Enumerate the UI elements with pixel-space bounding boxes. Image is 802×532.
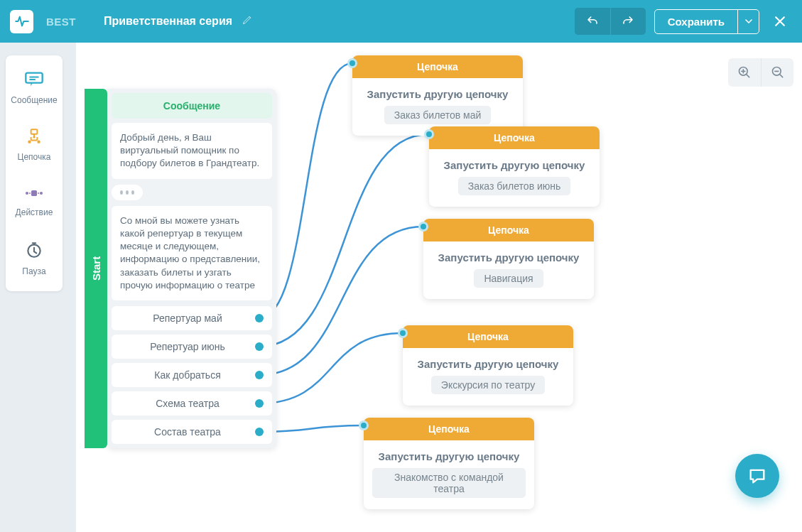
- svg-rect-0: [26, 73, 42, 83]
- chain-value: Заказ билетов июнь: [458, 177, 571, 195]
- brand-name: BEST: [46, 16, 76, 28]
- start-card: Сообщение Добрый день, я Ваш виртуальный…: [107, 89, 276, 448]
- chain-icon: [24, 128, 44, 148]
- input-port[interactable]: [398, 328, 408, 338]
- chain-header: Цепочка: [403, 325, 573, 348]
- start-option[interactable]: Состав театра: [112, 420, 272, 444]
- svg-rect-1: [31, 129, 38, 134]
- start-options: Репертуар майРепертуар июньКак добраться…: [112, 306, 272, 444]
- chain-value: Заказ билетов май: [384, 106, 492, 124]
- chain-header: Цепочка: [423, 219, 594, 241]
- flow-title[interactable]: Приветственная серия: [104, 0, 252, 43]
- zoom-out-button[interactable]: [761, 58, 793, 87]
- output-port[interactable]: [255, 399, 264, 408]
- input-port[interactable]: [347, 58, 357, 68]
- svg-point-7: [40, 192, 43, 195]
- top-bar: BEST Приветственная серия Сохранить: [0, 0, 802, 43]
- chain-action-title: Запустить другую цепочку: [411, 358, 565, 370]
- flow-canvas[interactable]: Start Сообщение Добрый день, я Ваш вирту…: [76, 43, 802, 532]
- pulse-icon: [15, 16, 29, 27]
- output-port[interactable]: [255, 371, 264, 379]
- start-message-2: Со мной вы можете узнать какой репертуар…: [112, 206, 272, 300]
- chain-action-title: Запустить другую цепочку: [372, 450, 526, 462]
- chevron-down-icon: [745, 19, 752, 23]
- undo-icon: [585, 15, 600, 28]
- start-option-label: Состав театра: [120, 426, 255, 438]
- pause-icon: [25, 241, 43, 262]
- chain-node[interactable]: Цепочка Запустить другую цепочку Знакомс…: [364, 418, 534, 509]
- tool-action[interactable]: Действие: [6, 173, 63, 230]
- chain-body: Запустить другую цепочку Экскурсия по те…: [403, 348, 573, 406]
- input-port[interactable]: [418, 222, 428, 232]
- app-logo[interactable]: [10, 10, 33, 33]
- chain-action-title: Запустить другую цепочку: [438, 159, 591, 171]
- edit-title-icon[interactable]: [242, 15, 252, 28]
- tool-palette: Сообщение Цепочка Действие Пауза: [6, 55, 63, 291]
- tool-message[interactable]: Сообщение: [6, 60, 63, 116]
- chain-header: Цепочка: [364, 418, 534, 440]
- chain-node[interactable]: Цепочка Запустить другую цепочку Экскурс…: [403, 325, 573, 406]
- start-option-label: Репертуар май: [120, 313, 255, 324]
- start-option[interactable]: Репертуар июнь: [112, 335, 272, 359]
- top-right-controls: Сохранить: [575, 0, 802, 43]
- chain-action-title: Запустить другую цепочку: [432, 251, 585, 264]
- start-option-label: Как добраться: [120, 369, 255, 381]
- svg-point-5: [26, 192, 28, 195]
- output-port[interactable]: [255, 342, 264, 351]
- save-dropdown-button[interactable]: [737, 10, 759, 33]
- tool-message-label: Сообщение: [11, 95, 57, 105]
- zoom-controls: [728, 58, 793, 87]
- canvas-inner: Start Сообщение Добрый день, я Ваш вирту…: [76, 43, 802, 532]
- chain-value: Экскурсия по театру: [431, 376, 545, 394]
- chain-action-title: Запустить другую цепочку: [361, 88, 514, 100]
- tool-pause[interactable]: Пауза: [6, 230, 63, 287]
- chain-node[interactable]: Цепочка Запустить другую цепочку Заказ б…: [352, 55, 523, 136]
- chain-body: Запустить другую цепочку Заказ билетов и…: [429, 149, 600, 207]
- action-icon: [24, 186, 44, 203]
- start-option-label: Репертуар июнь: [120, 341, 255, 352]
- chain-body: Запустить другую цепочку Навигация: [423, 241, 594, 299]
- output-port[interactable]: [255, 314, 264, 322]
- svg-rect-6: [31, 190, 37, 196]
- svg-point-3: [37, 140, 40, 143]
- start-badge: Start: [85, 89, 107, 448]
- start-option-label: Схема театра: [120, 398, 255, 409]
- start-node[interactable]: Start Сообщение Добрый день, я Ваш вирту…: [85, 89, 276, 448]
- undo-button[interactable]: [575, 8, 610, 35]
- tool-chain[interactable]: Цепочка: [6, 116, 63, 173]
- chain-header: Цепочка: [352, 55, 523, 78]
- start-option[interactable]: Схема театра: [112, 391, 272, 416]
- tool-action-label: Действие: [16, 207, 53, 217]
- zoom-in-icon: [737, 65, 752, 80]
- chain-header: Цепочка: [429, 126, 600, 149]
- close-icon: [773, 14, 787, 28]
- start-option[interactable]: Репертуар май: [112, 306, 272, 330]
- chain-node[interactable]: Цепочка Запустить другую цепочку Навигац…: [423, 219, 594, 299]
- message-icon: [24, 71, 44, 91]
- start-message-1: Добрый день, я Ваш виртуальный помощник …: [112, 123, 272, 179]
- start-header: Сообщение: [112, 93, 272, 119]
- start-option[interactable]: Как добраться: [112, 363, 272, 387]
- typing-indicator: [112, 185, 143, 200]
- svg-point-4: [33, 136, 35, 138]
- input-port[interactable]: [424, 129, 434, 139]
- chain-value: Навигация: [474, 269, 543, 288]
- save-button-group: Сохранить: [654, 9, 759, 34]
- tool-chain-label: Цепочка: [18, 152, 51, 162]
- tool-pause-label: Пауза: [22, 266, 45, 276]
- zoom-out-icon: [771, 65, 785, 80]
- save-button[interactable]: Сохранить: [655, 10, 737, 33]
- chain-node[interactable]: Цепочка Запустить другую цепочку Заказ б…: [429, 126, 600, 207]
- chain-value: Знакомство с командой театра: [372, 468, 526, 498]
- help-fab[interactable]: [735, 454, 779, 498]
- svg-point-2: [28, 140, 31, 143]
- chat-bubble-icon: [747, 466, 767, 486]
- close-button[interactable]: [768, 9, 792, 33]
- input-port[interactable]: [359, 420, 369, 430]
- zoom-in-button[interactable]: [728, 58, 761, 87]
- chain-body: Запустить другую цепочку Знакомство с ко…: [364, 440, 534, 509]
- flow-title-text: Приветственная серия: [104, 15, 232, 28]
- history-buttons: [575, 8, 646, 35]
- output-port[interactable]: [255, 428, 264, 436]
- redo-button[interactable]: [610, 8, 646, 35]
